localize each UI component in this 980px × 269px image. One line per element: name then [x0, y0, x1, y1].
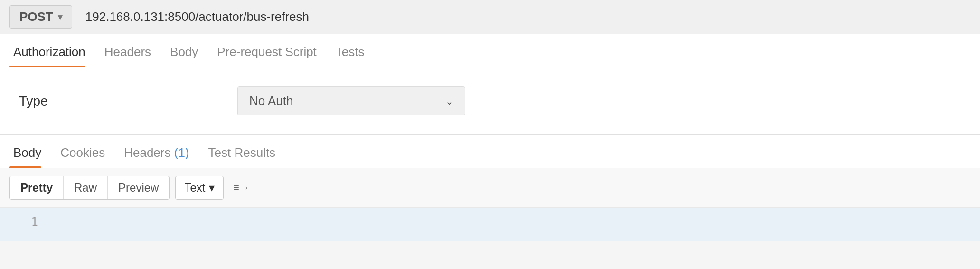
code-area: 1: [0, 208, 980, 241]
resp-tab-headers[interactable]: Headers (1): [120, 145, 200, 168]
headers-badge: (1): [174, 145, 189, 160]
method-label: POST: [19, 10, 53, 24]
auth-type-dropdown[interactable]: No Auth ⌄: [237, 86, 465, 115]
word-wrap-button[interactable]: ≡→: [229, 177, 253, 199]
response-tabs-row: Body Cookies Headers (1) Test Results: [0, 135, 980, 168]
language-dropdown[interactable]: Text ▾: [175, 176, 224, 200]
line-number: 1: [9, 214, 38, 229]
resp-tab-cookies[interactable]: Cookies: [57, 145, 116, 168]
language-label: Text: [184, 181, 205, 194]
tab-headers[interactable]: Headers: [101, 45, 162, 67]
resp-tab-test-results[interactable]: Test Results: [205, 145, 287, 168]
tab-tests[interactable]: Tests: [332, 45, 376, 67]
view-mode-group: Pretty Raw Preview: [9, 176, 170, 200]
method-dropdown[interactable]: POST ▾: [9, 5, 72, 29]
language-chevron-icon: ▾: [209, 181, 215, 194]
url-input[interactable]: [80, 6, 971, 28]
raw-button[interactable]: Raw: [63, 176, 107, 199]
pretty-button[interactable]: Pretty: [10, 176, 63, 199]
top-bar: POST ▾: [0, 0, 980, 34]
request-tabs-row: Authorization Headers Body Pre-request S…: [0, 34, 980, 67]
code-editor[interactable]: [47, 214, 971, 233]
auth-type-chevron-icon: ⌄: [445, 96, 453, 107]
tab-body[interactable]: Body: [166, 45, 209, 67]
resp-tab-body[interactable]: Body: [9, 145, 53, 168]
tab-authorization[interactable]: Authorization: [9, 45, 97, 67]
type-label: Type: [19, 94, 237, 109]
wrap-icon: ≡→: [233, 182, 250, 194]
format-bar: Pretty Raw Preview Text ▾ ≡→: [0, 168, 980, 208]
type-row: Type No Auth ⌄: [19, 86, 961, 115]
preview-button[interactable]: Preview: [107, 176, 169, 199]
auth-type-value: No Auth: [249, 94, 293, 108]
method-chevron-icon: ▾: [58, 12, 62, 22]
tab-pre-request-script[interactable]: Pre-request Script: [213, 45, 328, 67]
auth-content: Type No Auth ⌄: [0, 67, 980, 135]
